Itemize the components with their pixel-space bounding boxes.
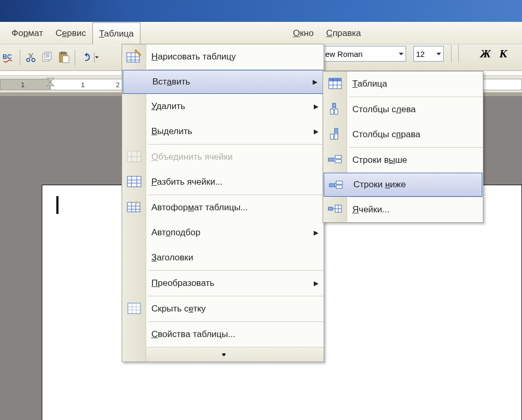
submenu-cells[interactable]: Ячейки...: [323, 197, 483, 222]
svg-rect-49: [328, 158, 334, 161]
svg-rect-48: [335, 134, 338, 139]
menu-insert[interactable]: Вставить ▶: [123, 70, 323, 94]
svg-rect-51: [335, 160, 341, 163]
menu-delete[interactable]: Удалить ▶: [122, 94, 324, 119]
submenu-arrow-icon: ▶: [313, 78, 317, 86]
menu-convert[interactable]: Преобразовать ▶: [122, 271, 324, 296]
menu-autofit[interactable]: Автоподбор ▶: [122, 220, 324, 245]
svg-point-2: [32, 58, 35, 62]
draw-table-icon: [124, 46, 144, 66]
paste-button[interactable]: [57, 50, 72, 65]
submenu-arrow-icon: ▶: [314, 280, 318, 287]
text-cursor: [56, 196, 58, 214]
submenu-arrow-icon: ▶: [314, 103, 318, 110]
menu-merge-cells: Объединить ячейки: [122, 145, 324, 170]
font-name-combo[interactable]: ew Roman: [323, 46, 406, 62]
dropdown-arrow-icon: [436, 53, 441, 55]
menu-window[interactable]: Окно: [287, 22, 320, 44]
menu-table[interactable]: Таблица: [92, 22, 141, 44]
cells-icon: [325, 199, 345, 219]
svg-rect-45: [335, 109, 338, 114]
submenu-arrow-icon: ▶: [314, 128, 318, 135]
title-bar: [0, 0, 522, 22]
spellcheck-button[interactable]: BC: [2, 50, 17, 65]
dropdown-arrow-icon: [399, 53, 404, 55]
submenu-arrow-icon: ▶: [314, 229, 318, 236]
copy-button[interactable]: [40, 50, 55, 65]
columns-left-icon: [325, 99, 345, 119]
menu-bar: Формат Сервис Таблица Окно Справка: [0, 22, 522, 44]
rows-below-icon: [326, 175, 346, 195]
svg-rect-52: [329, 184, 335, 187]
columns-right-icon: [325, 124, 345, 144]
chevron-down-icon: ▾▾: [222, 351, 224, 358]
undo-button[interactable]: [78, 50, 93, 65]
insert-submenu: Таблица Столбцы слева Столбцы справа Стр…: [323, 71, 483, 223]
svg-rect-33: [128, 303, 140, 314]
split-cells-icon: [124, 172, 144, 191]
merge-cells-icon: [124, 147, 144, 166]
submenu-rows-above[interactable]: Строки выше: [323, 148, 483, 173]
svg-rect-43: [333, 103, 336, 107]
hide-grid-icon: [124, 298, 144, 318]
menu-headings[interactable]: Заголовки: [122, 245, 324, 270]
svg-rect-39: [329, 78, 341, 81]
menu-draw-table[interactable]: Нарисовать таблицу: [122, 44, 324, 69]
autoformat-icon: [124, 197, 144, 217]
menu-table-properties[interactable]: Свойства таблицы...: [122, 322, 324, 347]
table-menu: Нарисовать таблицу Вставить ▶ Удалить ▶ …: [122, 44, 324, 362]
table-icon: [325, 74, 345, 93]
font-size-combo[interactable]: 12: [413, 46, 444, 62]
svg-rect-55: [328, 207, 333, 210]
italic-button[interactable]: К: [496, 45, 511, 63]
svg-text:BC: BC: [3, 53, 12, 61]
svg-rect-47: [330, 134, 334, 139]
bold-button[interactable]: Ж: [478, 45, 493, 63]
svg-rect-53: [336, 181, 342, 184]
svg-rect-12: [63, 56, 69, 63]
svg-rect-50: [335, 155, 341, 159]
svg-rect-54: [336, 185, 342, 188]
menu-format[interactable]: Формат: [5, 22, 49, 44]
menu-expand-chevron[interactable]: ▾▾: [122, 347, 324, 362]
rows-above-icon: [325, 150, 345, 170]
submenu-insert-table[interactable]: Таблица: [323, 71, 483, 97]
svg-rect-6: [45, 52, 51, 59]
submenu-columns-right[interactable]: Столбцы справа: [323, 122, 483, 147]
cut-button[interactable]: [23, 50, 38, 65]
indent-marker-icon[interactable]: [45, 78, 56, 86]
svg-rect-44: [330, 109, 334, 114]
menu-autoformat-table[interactable]: Автоформат таблицы...: [122, 195, 324, 220]
svg-rect-23: [127, 176, 141, 187]
svg-point-1: [27, 58, 30, 62]
menu-split-cells[interactable]: Разбить ячейки...: [122, 170, 324, 195]
menu-service[interactable]: Сервис: [49, 22, 92, 44]
submenu-rows-below[interactable]: Строки ниже: [324, 173, 482, 197]
submenu-columns-left[interactable]: Столбцы слева: [323, 97, 483, 122]
menu-hide-grid[interactable]: Скрыть сетку: [122, 296, 324, 321]
svg-rect-14: [127, 53, 139, 62]
menu-select[interactable]: Выделить ▶: [122, 119, 324, 144]
menu-help[interactable]: Справка: [320, 22, 367, 44]
svg-rect-28: [127, 202, 140, 212]
undo-dropdown[interactable]: [94, 52, 99, 63]
svg-rect-46: [335, 128, 338, 133]
svg-rect-11: [61, 52, 65, 54]
